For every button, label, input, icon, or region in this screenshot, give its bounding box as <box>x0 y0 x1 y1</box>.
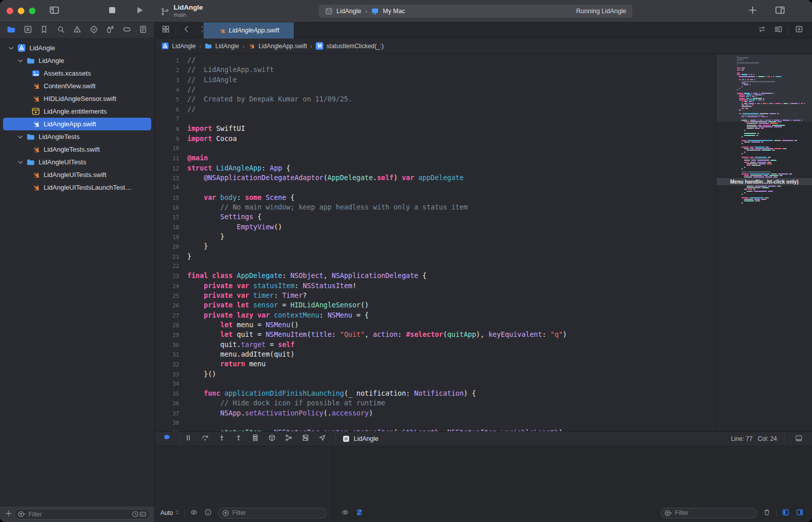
line-number[interactable]: 36 <box>155 399 179 408</box>
navigator-tab-bookmark[interactable] <box>39 25 49 36</box>
sidebar-file-row[interactable]: LidAngleApp.swift <box>3 118 151 130</box>
sidebar-file-row[interactable]: LidAngleTests.swift <box>0 143 154 156</box>
navigator-tab-tests[interactable] <box>89 25 99 36</box>
line-number[interactable]: 29 <box>155 330 179 340</box>
quicklook-button[interactable] <box>341 508 350 517</box>
sidebar-file-row[interactable]: LidAngleUITests.swift <box>0 168 154 181</box>
line-number[interactable]: 16 <box>155 203 179 213</box>
source-editor[interactable]: 1//2// LidAngleApp.swift3// LidAngle4//5… <box>155 54 716 431</box>
code-line[interactable]: 15 var body: some Scene { <box>155 193 716 202</box>
code-line[interactable]: 18 EmptyView() <box>155 222 716 232</box>
navigator-tab-reports[interactable] <box>138 25 148 36</box>
sidebar-file-row[interactable]: LidAngleUITests <box>0 156 154 168</box>
code-line[interactable]: 27 private lazy var contextMenu: NSMenu … <box>155 310 716 320</box>
toggle-inspector-button[interactable] <box>774 6 786 17</box>
sidebar-file-row[interactable]: LidAngle <box>0 42 154 54</box>
disclosure-chevron-icon[interactable] <box>16 158 24 166</box>
code-line[interactable]: 14 <box>155 183 716 192</box>
step-out-button[interactable] <box>233 434 244 444</box>
navigator-tab-project[interactable] <box>6 25 16 36</box>
code-line[interactable]: 23final class AppDelegate: NSObject, NSA… <box>155 271 716 281</box>
sidebar-file-row[interactable]: LidAngle <box>0 54 154 67</box>
code-line[interactable]: 12struct LidAngleApp: App { <box>155 163 716 173</box>
variables-scope-dropdown[interactable]: Auto <box>160 509 180 517</box>
code-line[interactable]: 26 private let sensor = HIDLidAngleSenso… <box>155 300 716 310</box>
code-line[interactable]: 31 menu.addItem(quit) <box>155 350 716 359</box>
zoom-window-button[interactable] <box>29 8 36 14</box>
code-line[interactable]: 11@main <box>155 153 716 163</box>
line-number[interactable]: 14 <box>155 183 179 192</box>
line-number[interactable]: 28 <box>155 321 179 330</box>
navigator-tab-debug[interactable] <box>105 25 115 36</box>
code-line[interactable]: 38 <box>155 418 716 428</box>
code-line[interactable]: 1// <box>155 55 716 65</box>
line-number[interactable]: 32 <box>155 360 179 369</box>
breadcrumb-item[interactable]: LidAngle <box>161 42 196 50</box>
toggle-debug-area-button[interactable] <box>794 434 803 443</box>
disclosure-chevron-icon[interactable] <box>16 133 24 141</box>
step-over-button[interactable] <box>199 434 211 444</box>
line-number[interactable]: 26 <box>155 301 179 310</box>
line-number[interactable]: 22 <box>155 261 179 271</box>
sidebar-file-row[interactable]: HIDLidAngleSensor.swift <box>0 92 154 105</box>
add-file-button[interactable] <box>4 510 13 519</box>
line-number[interactable]: 17 <box>155 213 179 222</box>
line-number[interactable]: 15 <box>155 193 179 203</box>
console-filter-field[interactable]: Filter <box>661 508 757 518</box>
code-line[interactable]: 5// Created by Deepak Kumar on 11/09/25. <box>155 94 716 104</box>
line-number[interactable]: 1 <box>155 56 179 65</box>
line-number[interactable]: 20 <box>155 242 179 252</box>
code-line[interactable]: 35 func applicationDidFinishLaunching(_ … <box>155 389 716 398</box>
line-number[interactable]: 25 <box>155 291 179 301</box>
line-number[interactable]: 24 <box>155 282 179 291</box>
minimize-window-button[interactable] <box>18 8 24 14</box>
scheme-app-name[interactable]: LidAngle <box>336 8 361 15</box>
line-number[interactable]: 18 <box>155 223 179 232</box>
code-line[interactable]: 16 // No main window; keep app headless … <box>155 202 716 212</box>
code-line[interactable]: 32 return menu <box>155 359 716 369</box>
line-number[interactable]: 8 <box>155 124 179 134</box>
toggle-navigator-button[interactable] <box>49 6 60 17</box>
breakpoints-button[interactable] <box>161 434 173 444</box>
info-button[interactable] <box>204 508 213 517</box>
adjust-editor-options-button[interactable] <box>773 25 783 36</box>
code-line[interactable]: 4// <box>155 85 716 94</box>
source-control-status-icon[interactable] <box>139 510 147 518</box>
sidebar-file-row[interactable]: LidAngle.entitlements <box>0 105 154 118</box>
code-line[interactable]: 28 let menu = NSMenu() <box>155 320 716 330</box>
go-back-button[interactable] <box>181 25 191 36</box>
sidebar-file-row[interactable]: LidAngleUITestsLaunchTest… <box>0 181 154 194</box>
code-line[interactable]: 21} <box>155 252 716 261</box>
line-number[interactable]: 10 <box>155 144 179 153</box>
editor-overview-button[interactable] <box>160 25 171 36</box>
line-number[interactable]: 3 <box>155 76 179 85</box>
code-line[interactable]: 13 @NSApplicationDelegateAdaptor(AppDele… <box>155 173 716 183</box>
code-line[interactable]: 22 <box>155 261 716 271</box>
code-line[interactable]: 36 // Hide dock icon if possible at runt… <box>155 398 716 408</box>
line-number[interactable]: 19 <box>155 232 179 242</box>
line-number[interactable]: 33 <box>155 370 179 379</box>
navigator-tab-search[interactable] <box>56 25 66 36</box>
related-items-button[interactable] <box>757 25 767 36</box>
variables-filter-field[interactable]: Filter <box>218 508 327 518</box>
line-number[interactable]: 11 <box>155 154 179 163</box>
line-number[interactable]: 9 <box>155 134 179 144</box>
code-line[interactable]: 6// <box>155 105 716 114</box>
line-number[interactable]: 37 <box>155 409 179 419</box>
line-number[interactable]: 27 <box>155 311 179 321</box>
line-number[interactable]: 13 <box>155 173 179 183</box>
stop-button[interactable] <box>107 6 118 17</box>
quicklook-button[interactable] <box>189 508 198 517</box>
line-number[interactable]: 35 <box>155 389 179 399</box>
code-line[interactable]: 33 }() <box>155 369 716 379</box>
run-destination[interactable]: My Mac <box>383 8 405 15</box>
breadcrumb-item[interactable]: LidAngle <box>205 42 239 50</box>
code-line[interactable]: 17 Settings { <box>155 212 716 222</box>
navigator-tab-vcs[interactable] <box>23 25 33 36</box>
line-number[interactable]: 38 <box>155 418 179 428</box>
code-line[interactable]: 29 let quit = NSMenuItem(title: "Quit", … <box>155 330 716 339</box>
code-line[interactable]: 25 private var timer: Timer? <box>155 291 716 300</box>
line-number[interactable]: 7 <box>155 114 179 124</box>
code-line[interactable]: 30 quit.target = self <box>155 340 716 350</box>
debug-process-chip[interactable]: LidAngle <box>342 435 379 443</box>
